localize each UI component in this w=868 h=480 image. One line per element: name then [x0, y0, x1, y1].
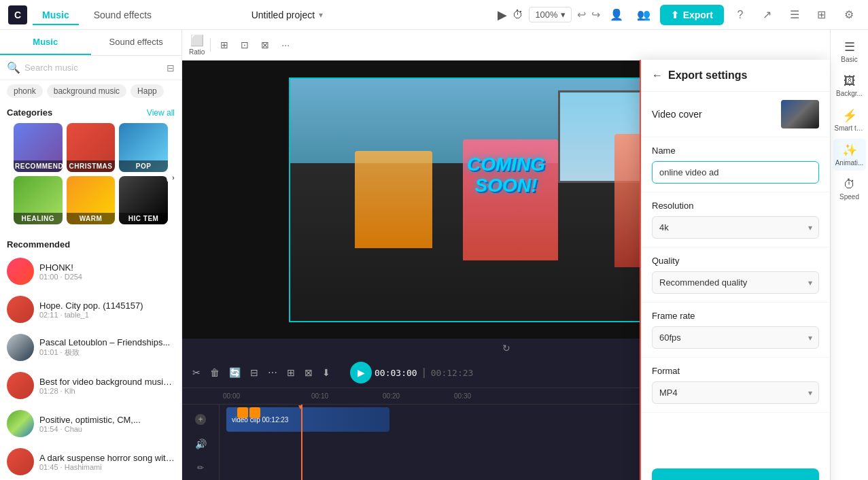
- volume-button[interactable]: 🔊: [195, 439, 207, 449]
- ruler-label-3: 00:30: [454, 392, 471, 400]
- tab-sound-effects-panel[interactable]: Sound effects: [91, 30, 182, 55]
- tag-phonk[interactable]: phonk: [7, 84, 43, 98]
- view-all-link[interactable]: View all: [147, 108, 175, 118]
- name-input[interactable]: [652, 161, 819, 184]
- redo-button[interactable]: ↪: [591, 8, 600, 21]
- time-separator: |: [423, 366, 426, 379]
- add-track-button[interactable]: +: [195, 414, 206, 425]
- resolution-select[interactable]: 4k 1080p 720p 480p: [652, 216, 819, 239]
- timeline-more-button[interactable]: ⋯: [264, 365, 281, 380]
- timeline-align-button[interactable]: ⊞: [283, 365, 298, 380]
- tag-background-music[interactable]: background music: [47, 84, 126, 98]
- category-healing[interactable]: HEALING: [14, 176, 63, 225]
- video-cover-section: Video cover: [641, 92, 830, 137]
- export-action-button[interactable]: Export: [652, 468, 819, 480]
- more-options-button[interactable]: ···: [277, 37, 294, 53]
- search-input[interactable]: [24, 63, 162, 73]
- left-panel: Music Sound effects 🔍 ⊟ phonk background…: [0, 30, 182, 480]
- tab-sound-effects[interactable]: Sound effects: [84, 5, 161, 24]
- cover-label: Video cover: [652, 109, 702, 120]
- list-button[interactable]: ☰: [784, 4, 805, 26]
- play-timeline-button[interactable]: ▶: [350, 362, 372, 383]
- timeline-delete-button[interactable]: 🗑: [207, 365, 223, 380]
- edit-button[interactable]: ✏: [197, 463, 204, 473]
- layout-button[interactable]: ⊞: [811, 4, 833, 26]
- format-select[interactable]: MP4 MOV AVI GIF: [652, 381, 819, 404]
- avatar-button[interactable]: 👤: [606, 4, 627, 26]
- track-meta-4: 01:54 · Chau: [39, 425, 175, 433]
- track-label-add: +: [182, 407, 219, 432]
- back-button[interactable]: ←: [652, 69, 663, 82]
- sidebar-item-speed[interactable]: ⏱ Speed: [833, 173, 866, 205]
- framerate-select[interactable]: 60fps 30fps 24fps: [652, 326, 819, 349]
- timeline-loop-button[interactable]: 🔄: [226, 365, 244, 380]
- category-hic[interactable]: HIC TEM: [119, 176, 168, 225]
- timeline-trim-button[interactable]: ✂: [189, 365, 204, 380]
- category-warm[interactable]: WARM: [67, 176, 116, 225]
- sidebar-item-basic[interactable]: ☰ Basic: [833, 35, 866, 67]
- tag-happy[interactable]: Happ: [131, 84, 164, 98]
- track-thumb-1: [7, 296, 34, 323]
- ratio-icon: ⬜: [190, 34, 204, 47]
- timeline-split-button[interactable]: ⊟: [247, 365, 262, 380]
- clip-marker[interactable]: [237, 407, 248, 418]
- list-item[interactable]: A dark suspense horror song with a... 01…: [0, 443, 181, 480]
- sidebar-item-background[interactable]: 🖼 Backgr...: [833, 70, 866, 101]
- ratio-button[interactable]: ⬜ Ratio: [189, 34, 205, 56]
- cover-thumbnail[interactable]: [781, 100, 819, 128]
- filter-icon[interactable]: ⊟: [167, 63, 175, 73]
- category-grid: RECOMMEND CHRISTMAS POP HEALING WARM HIC…: [7, 120, 175, 230]
- category-christmas[interactable]: CHRISTMAS: [67, 123, 116, 172]
- flip-button[interactable]: ⊠: [257, 37, 273, 53]
- person-1: [355, 151, 432, 247]
- undo-button[interactable]: ↩: [577, 8, 586, 21]
- list-item[interactable]: Positive, optimistic, CM,... 01:54 · Cha…: [0, 405, 181, 443]
- tab-music[interactable]: Music: [33, 5, 79, 24]
- list-item[interactable]: Hope. City pop. (1145157) 02:11 · table_…: [0, 290, 181, 328]
- categories-next-button[interactable]: ›: [167, 171, 180, 185]
- export-button[interactable]: ⬆ Export: [660, 5, 724, 25]
- framerate-select-wrapper: 60fps 30fps 24fps ▾: [652, 326, 819, 349]
- track-info-1: Hope. City pop. (1145157) 02:11 · table_…: [39, 301, 175, 319]
- list-item[interactable]: Best for video background music... 01:28…: [0, 366, 181, 405]
- help-button[interactable]: ?: [729, 4, 751, 26]
- ruler-label-0: 00:00: [223, 392, 257, 400]
- settings-button[interactable]: ⚙: [838, 4, 860, 26]
- play-preview-button[interactable]: ▶: [498, 7, 507, 22]
- timeline-layer-button[interactable]: ⊠: [301, 365, 316, 380]
- category-pop[interactable]: POP: [119, 123, 168, 172]
- sidebar-item-smart[interactable]: ⚡ Smart tools: [833, 104, 866, 136]
- track-label-volume: 🔊: [182, 432, 219, 456]
- smart-icon: ⚡: [842, 108, 857, 123]
- timer-button[interactable]: ⏱: [513, 9, 523, 21]
- share-button[interactable]: ↗: [757, 4, 778, 26]
- quality-select[interactable]: Recommended quality High quality Medium …: [652, 271, 819, 294]
- crop-button[interactable]: ⊞: [216, 37, 232, 53]
- sidebar-item-animate[interactable]: ✨ Animati...: [833, 139, 866, 171]
- categories-header: Categories View all: [0, 102, 181, 120]
- clip-marker[interactable]: [249, 407, 260, 418]
- category-recommend[interactable]: RECOMMEND: [14, 123, 63, 172]
- sidebar-item-label-background: Backgr...: [835, 90, 865, 97]
- chevron-down-icon: ▾: [319, 10, 323, 20]
- add-user-button[interactable]: 👥: [633, 4, 655, 26]
- export-panel: ← Export settings Video cover Name Resol…: [640, 60, 830, 480]
- recommended-title: Recommended: [0, 235, 181, 252]
- zoom-control[interactable]: 100% ▾: [529, 7, 571, 22]
- list-item[interactable]: Pascal Letoublon – Friendships... 01:01 …: [0, 328, 181, 366]
- spacer: [641, 413, 830, 458]
- track-thumb-2: [7, 334, 34, 361]
- track-title-4: Positive, optimistic, CM,...: [39, 415, 175, 425]
- timeline-download-button[interactable]: ⬇: [319, 365, 334, 380]
- transform-button[interactable]: ⊡: [237, 37, 253, 53]
- track-title-3: Best for video background music...: [39, 377, 175, 387]
- cover-image: [781, 100, 819, 128]
- sidebar-item-label-basic: Basic: [835, 56, 865, 63]
- refresh-button[interactable]: ↻: [502, 343, 510, 354]
- project-name: Untitled project: [251, 10, 315, 20]
- resolution-group: Resolution 4k 1080p 720p 480p ▾: [641, 192, 830, 247]
- background-icon: 🖼: [844, 74, 856, 88]
- list-item[interactable]: PHONK! 01:00 · D254: [0, 252, 181, 290]
- track-info-2: Pascal Letoublon – Friendships... 01:01 …: [39, 337, 175, 358]
- tab-music-panel[interactable]: Music: [0, 30, 91, 55]
